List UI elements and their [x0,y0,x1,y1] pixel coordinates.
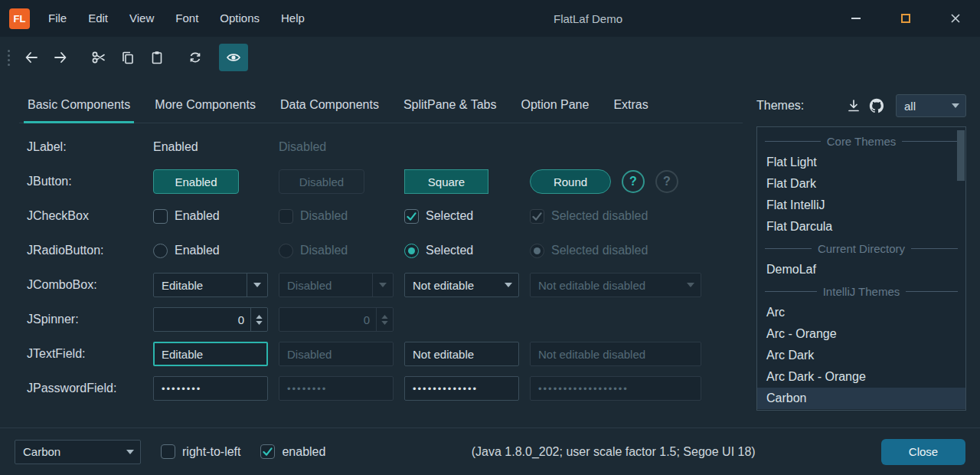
menu-font[interactable]: Font [165,0,209,37]
row-jpasswordfield: JPasswordField: •••••••• •••••••• ••••••… [27,376,716,401]
back-button[interactable] [17,44,46,71]
theme-item-flat-light[interactable]: Flat Light [757,152,965,173]
theme-item-carbon[interactable]: Carbon [757,388,965,409]
menu-edit[interactable]: Edit [77,0,119,37]
jbutton-enabled[interactable]: Enabled [153,169,239,194]
row-jcombobox: JComboBox: Editable Disabled Not editabl… [27,273,716,297]
menu-view[interactable]: View [119,0,165,37]
combobox-disabled: Disabled [279,273,394,297]
scrollbar-thumb[interactable] [957,130,965,181]
paste-button[interactable] [142,44,172,71]
theme-item-flat-intellij[interactable]: Flat IntelliJ [757,195,965,216]
lookandfeel-combobox[interactable]: Carbon [15,440,141,464]
chevron-down-icon [946,103,965,108]
minimize-button[interactable] [831,0,880,37]
checkbox-box [279,209,293,224]
jradiobutton-row-label: JRadioButton: [27,244,142,257]
menu-help[interactable]: Help [270,0,315,37]
jlabel-enabled: Enabled [153,140,268,154]
tab-data-components[interactable]: Data Components [272,87,387,123]
bottom-bar: Carbon right-to-left enabled (Java 1.8.0… [0,428,980,475]
radio-selected[interactable]: Selected [404,244,519,258]
jlabel-row-label: JLabel: [27,140,142,154]
theme-section-header: Core Themes [757,130,965,152]
spinner-up-icon[interactable] [256,315,263,319]
theme-section-header: Current Directory [757,238,965,259]
chevron-down-icon [247,283,267,287]
enabled-checkbox[interactable]: enabled [260,444,325,459]
checkbox-selected[interactable]: Selected [404,209,519,224]
tab-extras[interactable]: Extras [605,87,656,123]
chevron-down-icon [498,283,518,287]
jbutton-round[interactable]: Round [530,169,611,194]
textfield-editable[interactable]: Editable [153,342,268,366]
download-themes-button[interactable] [842,94,865,117]
radio-dot [408,247,415,254]
forward-arrow-icon [53,50,68,65]
checkbox-box [161,444,175,459]
checkbox-box [153,209,168,224]
passwordfield-disabled: •••••••• [279,376,394,401]
github-button[interactable] [865,94,888,117]
checkbox-enabled[interactable]: Enabled [153,209,268,224]
combobox-editable[interactable]: Editable [153,273,268,297]
spinner-down-icon[interactable] [256,321,263,325]
jspinner-row-label: JSpinner: [27,313,142,326]
textfield-disabled: Disabled [279,342,394,366]
spinner-arrows[interactable] [250,308,267,331]
theme-item-demolaf[interactable]: DemoLaf [757,259,965,280]
spinner-enabled[interactable]: 0 [153,307,268,332]
copy-icon [120,50,136,65]
refresh-button[interactable] [181,44,210,71]
textfield-not-editable-disabled: Not editable disabled [530,342,701,366]
theme-item-arc[interactable]: Arc [757,302,965,323]
close-button[interactable]: Close [881,439,965,465]
checkbox-disabled: Disabled [279,209,394,224]
checkbox-box [530,209,544,224]
chevron-down-icon [120,450,140,454]
forward-button[interactable] [46,44,75,71]
check-icon [263,447,273,456]
tab-splitpane-tabs[interactable]: SplitPane & Tabs [395,87,505,123]
passwordfield-editable[interactable]: •••••••• [153,376,268,401]
menu-file[interactable]: File [38,0,77,37]
close-icon [949,12,962,25]
tab-basic-components[interactable]: Basic Components [19,87,139,123]
copy-button[interactable] [113,44,142,71]
jbutton-square[interactable]: Square [404,169,488,194]
toolbar [0,37,980,78]
checkbox-selected-disabled: Selected disabled [530,209,716,224]
right-to-left-checkbox[interactable]: right-to-left [161,444,240,459]
textfield-not-editable[interactable]: Not editable [404,342,519,366]
theme-item-flat-dark[interactable]: Flat Dark [757,173,965,195]
theme-item-flat-darcula[interactable]: Flat Darcula [757,216,965,238]
help-button-disabled: ? [655,170,678,193]
cut-button[interactable] [84,44,113,71]
radio-ring [279,244,293,258]
jbutton-row-label: JButton: [27,175,142,188]
jtextfield-row-label: JTextField: [27,347,142,361]
radio-enabled[interactable]: Enabled [153,244,268,258]
show-hidden-toggle-button[interactable] [219,44,248,71]
themes-label: Themes: [756,99,804,113]
radio-ring [153,244,168,258]
row-jspinner: JSpinner: 0 0 [27,307,716,332]
help-button[interactable]: ? [622,170,645,193]
menu-options[interactable]: Options [209,0,270,37]
basic-components-panel: JLabel: Enabled Disabled JButton: Enable… [27,135,716,411]
themes-scrollbar[interactable] [957,128,965,409]
theme-item-arc-dark-orange[interactable]: Arc Dark - Orange [757,366,965,388]
toolbar-grip[interactable] [5,48,12,67]
spinner-arrows [376,308,393,331]
combobox-not-editable[interactable]: Not editable [404,273,519,297]
passwordfield-not-editable[interactable]: ••••••••••••• [404,376,519,401]
theme-item-arc-orange[interactable]: Arc - Orange [757,323,965,345]
tab-more-components[interactable]: More Components [146,87,264,123]
tab-option-pane[interactable]: Option Pane [512,87,597,123]
maximize-button[interactable] [880,0,930,37]
spinner-down-icon [381,321,388,325]
theme-filter-combobox[interactable]: all [896,94,966,117]
jcombobox-row-label: JComboBox: [27,278,142,292]
close-window-button[interactable] [930,0,980,37]
theme-item-arc-dark[interactable]: Arc Dark [757,345,965,366]
